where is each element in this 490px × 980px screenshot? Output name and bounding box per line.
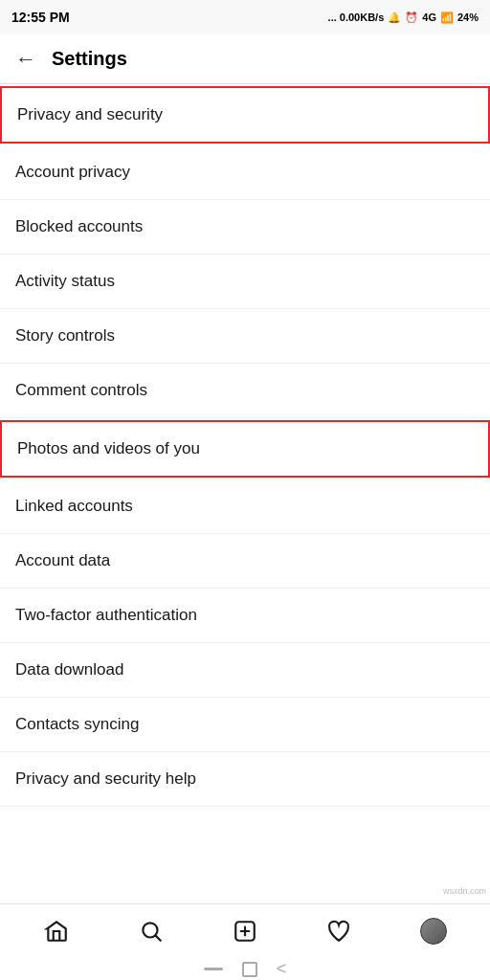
menu-item-data-download[interactable]: Data download xyxy=(0,643,490,698)
menu-item-account-data[interactable]: Account data xyxy=(0,534,490,589)
back-button[interactable]: ← xyxy=(15,47,36,72)
add-nav-button[interactable] xyxy=(224,910,266,952)
home-gesture xyxy=(242,962,257,977)
menu-item-linked-accounts[interactable]: Linked accounts xyxy=(0,479,490,534)
network-status: ... 0.00KB/s xyxy=(328,11,385,23)
menu-item-comment-controls[interactable]: Comment controls xyxy=(0,364,490,418)
status-time: 12:55 PM xyxy=(11,10,70,25)
battery-text: 24% xyxy=(457,11,479,23)
network-type: 4G xyxy=(422,11,436,23)
heart-icon xyxy=(326,919,351,944)
signal-icon: 🔔 xyxy=(388,11,401,24)
bottom-nav: < xyxy=(0,903,490,980)
svg-line-1 xyxy=(155,935,160,940)
settings-menu-list: Privacy and securityAccount privacyBlock… xyxy=(0,86,490,807)
nav-bar: ← Settings xyxy=(0,34,490,84)
menu-gesture xyxy=(204,968,223,970)
menu-item-privacy-help[interactable]: Privacy and security help xyxy=(0,752,490,807)
home-icon xyxy=(44,919,69,944)
search-icon xyxy=(139,919,164,944)
signal-bars: 📶 xyxy=(440,11,454,24)
menu-item-contacts-syncing[interactable]: Contacts syncing xyxy=(0,698,490,752)
menu-item-activity-status[interactable]: Activity status xyxy=(0,255,490,309)
menu-item-photos-videos[interactable]: Photos and videos of you xyxy=(0,420,490,478)
menu-item-story-controls[interactable]: Story controls xyxy=(0,309,490,364)
home-nav-button[interactable] xyxy=(35,910,78,952)
menu-item-blocked-accounts[interactable]: Blocked accounts xyxy=(0,200,490,255)
alarm-icon: ⏰ xyxy=(405,11,418,24)
gesture-bar: < xyxy=(0,957,490,980)
add-icon xyxy=(233,919,257,944)
status-bar: 12:55 PM ... 0.00KB/s 🔔 ⏰ 4G 📶 24% xyxy=(0,0,490,34)
menu-item-two-factor[interactable]: Two-factor authentication xyxy=(0,589,490,643)
search-nav-button[interactable] xyxy=(130,910,172,952)
watermark: wsxdn.com xyxy=(443,886,486,896)
page-title: Settings xyxy=(52,48,127,70)
bottom-nav-icons xyxy=(0,904,490,957)
profile-nav-button[interactable] xyxy=(412,910,455,952)
back-gesture: < xyxy=(277,959,287,979)
menu-item-privacy-security[interactable]: Privacy and security xyxy=(0,86,490,144)
activity-nav-button[interactable] xyxy=(318,910,360,952)
menu-item-account-privacy[interactable]: Account privacy xyxy=(0,145,490,200)
status-icons: ... 0.00KB/s 🔔 ⏰ 4G 📶 24% xyxy=(328,11,479,24)
avatar xyxy=(420,918,447,945)
